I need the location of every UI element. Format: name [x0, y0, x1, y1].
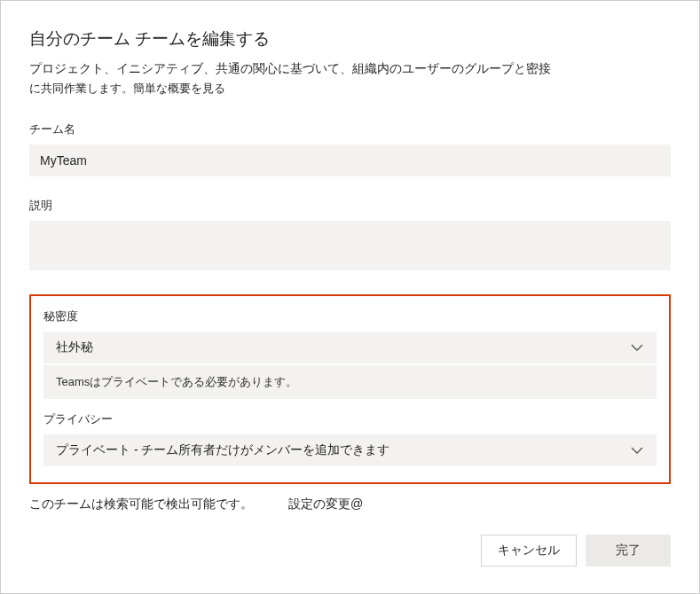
dialog-title: 自分のチーム チームを編集する [29, 27, 671, 51]
dialog-subtitle-line2: に共同作業します。簡単な概要を見る [29, 81, 671, 97]
dialog-button-row: キャンセル 完了 [481, 535, 671, 567]
searchable-text: このチームは検索可能で検出可能です。 [29, 496, 253, 512]
team-name-label: チーム名 [29, 121, 671, 137]
sensitivity-dropdown[interactable]: 社外秘 [43, 332, 657, 363]
sensitivity-group: 秘密度 社外秘 Teamsはプライベートである必要があります。 [43, 309, 657, 399]
description-group: 説明 [29, 198, 671, 273]
privacy-selected: プライベート - チーム所有者だけがメンバーを追加できます [56, 442, 389, 458]
highlight-box: 秘密度 社外秘 Teamsはプライベートである必要があります。 プライバシー プ… [29, 294, 671, 484]
cancel-button[interactable]: キャンセル [481, 535, 577, 567]
chevron-down-icon [630, 340, 644, 355]
team-name-input[interactable] [29, 145, 671, 176]
sensitivity-label: 秘密度 [43, 309, 657, 324]
dialog-subtitle-line1: プロジェクト、イニシアティブ、共通の関心に基づいて、組織内のユーザーのグループと… [29, 61, 671, 77]
description-label: 説明 [29, 198, 671, 214]
sensitivity-helper: Teamsはプライベートである必要があります。 [43, 365, 657, 399]
sensitivity-selected: 社外秘 [56, 340, 93, 356]
privacy-group: プライバシー プライベート - チーム所有者だけがメンバーを追加できます [43, 411, 657, 466]
team-name-group: チーム名 [29, 121, 671, 176]
description-input[interactable] [29, 221, 671, 270]
done-button[interactable]: 完了 [586, 535, 671, 567]
change-settings-link[interactable]: 設定の変更@ [288, 496, 363, 512]
privacy-dropdown[interactable]: プライベート - チーム所有者だけがメンバーを追加できます [43, 434, 657, 466]
privacy-label: プライバシー [43, 411, 657, 427]
edit-team-dialog: 自分のチーム チームを編集する プロジェクト、イニシアティブ、共通の関心に基づい… [0, 0, 700, 594]
chevron-down-icon [630, 443, 644, 457]
footer-info-row: このチームは検索可能で検出可能です。 設定の変更@ [29, 496, 671, 512]
